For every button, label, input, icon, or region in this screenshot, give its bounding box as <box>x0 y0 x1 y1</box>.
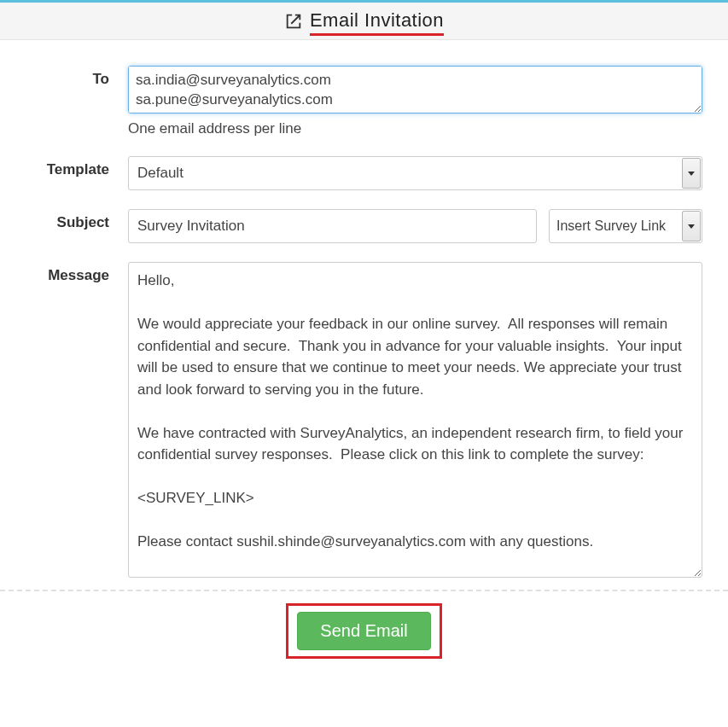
template-selected-value: Default <box>137 165 183 182</box>
row-message: Message <box>26 262 702 581</box>
template-select[interactable]: Default <box>128 156 702 190</box>
chevron-down-icon <box>682 211 701 241</box>
chevron-down-icon <box>682 158 701 189</box>
email-form: To One email address per line Template D… <box>0 40 728 581</box>
row-template: Template Default <box>26 156 702 190</box>
page-header: Email Invitation <box>0 3 728 40</box>
row-subject: Subject Insert Survey Link <box>26 209 702 243</box>
label-message: Message <box>26 262 128 284</box>
divider <box>0 590 728 591</box>
insert-link-label: Insert Survey Link <box>556 218 666 234</box>
to-input[interactable] <box>128 66 702 113</box>
row-to: To One email address per line <box>26 66 702 137</box>
share-icon <box>284 12 303 34</box>
label-template: Template <box>26 156 128 178</box>
label-to: To <box>26 66 128 88</box>
action-row: Send Email <box>0 603 728 676</box>
label-subject: Subject <box>26 209 128 231</box>
page-title: Email Invitation <box>310 9 444 36</box>
subject-input[interactable] <box>128 209 537 243</box>
send-button[interactable]: Send Email <box>297 612 430 650</box>
message-input[interactable] <box>128 262 702 578</box>
insert-link-select[interactable]: Insert Survey Link <box>549 209 702 243</box>
send-highlight-box: Send Email <box>286 603 441 659</box>
to-hint: One email address per line <box>128 120 702 137</box>
